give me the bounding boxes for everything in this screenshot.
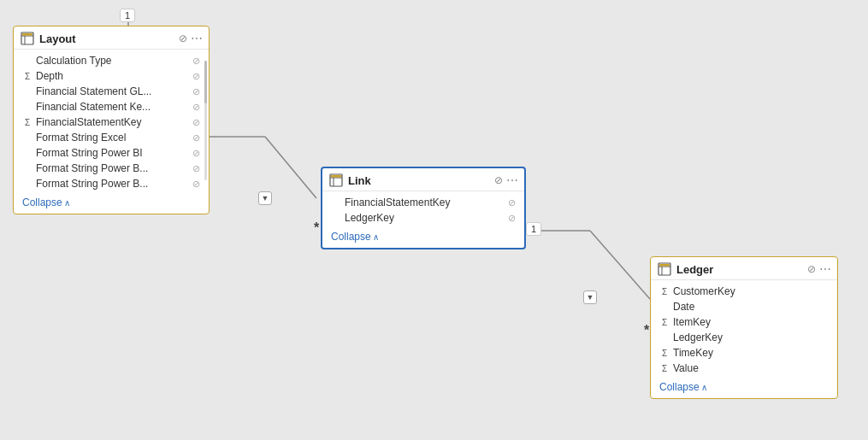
field-eye-icon[interactable]: ⊘	[508, 197, 516, 208]
layout-card-header: Layout ⊘ ⋯	[14, 26, 209, 50]
field-eye-icon[interactable]: ⊘	[192, 163, 200, 174]
layout-collapse-button[interactable]: Collapse ∧	[22, 197, 200, 208]
layout-card-actions[interactable]: ⊘ ⋯	[179, 32, 202, 45]
svg-rect-16	[659, 264, 670, 267]
ledger-card-footer: Collapse ∧	[651, 378, 837, 398]
sigma-icon: Σ	[659, 349, 670, 358]
list-item: Σ Value	[651, 361, 837, 376]
link-card-title: Link	[348, 174, 489, 187]
asterisk-1: *	[314, 220, 319, 236]
scrollbar[interactable]	[204, 61, 207, 180]
link-card-body: FinancialStatementKey ⊘ LedgerKey ⊘	[322, 191, 524, 227]
field-eye-icon[interactable]: ⊘	[192, 132, 200, 144]
ledger-card-body: Σ CustomerKey Date Σ ItemKey LedgerKey Σ…	[651, 280, 837, 378]
ledger-card-title: Ledger	[676, 263, 802, 276]
ledger-card-actions[interactable]: ⊘ ⋯	[807, 262, 830, 276]
list-item: Format String Power BI ⊘	[14, 145, 209, 161]
field-eye-icon[interactable]: ⊘	[192, 71, 200, 82]
layout-card-title: Layout	[39, 32, 174, 45]
list-item: Σ CustomerKey	[651, 284, 837, 299]
layout-card-body: Calculation Type ⊘ Σ Depth ⊘ Financial S…	[14, 50, 209, 193]
sigma-icon: Σ	[22, 72, 32, 81]
sigma-icon: Σ	[659, 364, 670, 373]
badge-link-ledger: 1	[526, 222, 541, 236]
layout-card: Layout ⊘ ⋯ Calculation Type ⊘ Σ Depth ⊘ …	[13, 26, 210, 214]
svg-line-4	[590, 231, 650, 299]
layout-card-footer: Collapse ∧	[14, 193, 209, 214]
list-item: Σ Depth ⊘	[14, 68, 209, 84]
badge-top: 1	[120, 9, 135, 22]
link-card: Link ⊘ ⋯ FinancialStatementKey ⊘ LedgerK…	[321, 167, 526, 249]
sigma-icon: Σ	[659, 318, 670, 327]
field-eye-icon[interactable]: ⊘	[192, 102, 200, 113]
field-eye-icon[interactable]: ⊘	[192, 148, 200, 159]
ledger-collapse-button[interactable]: Collapse ∧	[659, 381, 829, 393]
list-item: Σ TimeKey	[651, 345, 837, 361]
link-dots-icon[interactable]: ⋯	[506, 173, 517, 187]
list-item: Σ FinancialStatementKey ⊘	[14, 114, 209, 130]
ledger-card-header: Ledger ⊘ ⋯	[651, 257, 837, 280]
field-eye-icon[interactable]: ⊘	[192, 117, 200, 128]
list-item: Format String Excel ⊘	[14, 130, 209, 145]
ledger-eye-icon[interactable]: ⊘	[807, 263, 816, 275]
list-item: Calculation Type ⊘	[14, 53, 209, 68]
asterisk-2: *	[644, 323, 649, 338]
list-item: Format String Power B... ⊘	[14, 176, 209, 191]
ledger-dots-icon[interactable]: ⋯	[819, 262, 830, 276]
link-eye-icon[interactable]: ⊘	[494, 174, 503, 186]
link-table-icon	[329, 173, 343, 187]
field-eye-icon[interactable]: ⊘	[508, 213, 516, 224]
list-item: LedgerKey ⊘	[322, 210, 524, 226]
list-item: FinancialStatementKey ⊘	[322, 195, 524, 210]
connector-arrow-2: ▼	[583, 290, 597, 304]
field-eye-icon[interactable]: ⊘	[192, 179, 200, 190]
layout-dots-icon[interactable]: ⋯	[191, 32, 202, 45]
field-eye-icon[interactable]: ⊘	[192, 56, 200, 67]
svg-line-2	[265, 137, 316, 198]
ledger-card: Ledger ⊘ ⋯ Σ CustomerKey Date Σ ItemKey …	[650, 256, 838, 399]
link-collapse-button[interactable]: Collapse ∧	[331, 231, 516, 243]
svg-rect-8	[22, 33, 32, 36]
link-card-header: Link ⊘ ⋯	[322, 168, 524, 191]
field-eye-icon[interactable]: ⊘	[192, 86, 200, 97]
list-item: Σ ItemKey	[651, 314, 837, 330]
sigma-icon: Σ	[659, 287, 670, 296]
link-card-actions[interactable]: ⊘ ⋯	[494, 173, 517, 187]
link-card-footer: Collapse ∧	[322, 227, 524, 248]
list-item: Date	[651, 299, 837, 314]
list-item: Financial Statement GL... ⊘	[14, 84, 209, 99]
svg-rect-12	[331, 175, 341, 178]
layout-eye-icon[interactable]: ⊘	[179, 32, 187, 44]
ledger-table-icon	[658, 262, 671, 276]
connector-arrow-1: ▼	[258, 191, 272, 205]
list-item: Format String Power B... ⊘	[14, 161, 209, 176]
list-item: Financial Statement Ke... ⊘	[14, 99, 209, 114]
sigma-icon: Σ	[22, 118, 32, 127]
layout-table-icon	[21, 32, 34, 45]
list-item: LedgerKey	[651, 330, 837, 345]
